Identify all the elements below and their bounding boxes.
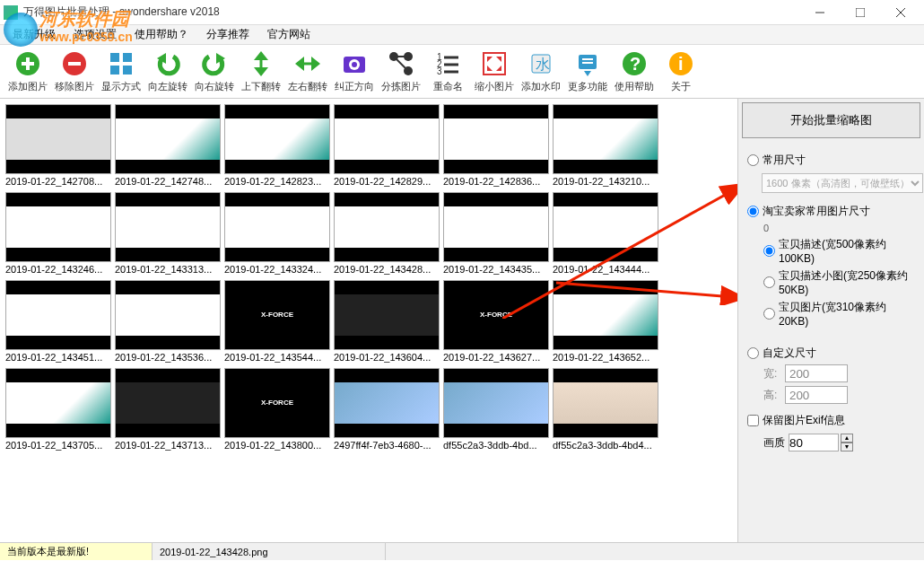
- main-area: 2019-01-22_142708...2019-01-22_142748...…: [0, 99, 924, 542]
- svg-marker-37: [496, 57, 501, 62]
- start-batch-button[interactable]: 开始批量缩略图: [742, 102, 920, 138]
- thumbnail-item[interactable]: 2019-01-22_142836...: [443, 104, 549, 188]
- app-icon: [4, 5, 18, 20]
- toolbar-label: 缩小图片: [475, 80, 514, 93]
- quality-row: 画质 ▲▼: [763, 434, 915, 451]
- radio-common-size[interactable]: 常用尺寸: [747, 153, 915, 168]
- radio-taobao[interactable]: 淘宝卖家常用图片尺寸: [747, 204, 915, 219]
- about-icon: i: [667, 49, 695, 78]
- thumbnail-item[interactable]: 2019-01-22_143705...: [5, 368, 111, 452]
- toolbar-rotleft-button[interactable]: 向左旋转: [145, 47, 190, 97]
- thumbnail-image: [115, 368, 221, 438]
- toolbar-water-button[interactable]: 水添加水印: [519, 47, 563, 97]
- menu-share[interactable]: 分享推荐: [197, 25, 258, 44]
- toolbar-help-button[interactable]: ?使用帮助: [612, 47, 657, 97]
- thumbnail-label: 2019-01-22_143652...: [553, 350, 658, 364]
- keep-exif-check[interactable]: 保留图片Exif信息: [747, 413, 915, 428]
- toolbar-grid-button[interactable]: 显示方式: [99, 47, 144, 97]
- radio-taobao-opt2[interactable]: 宝贝描述小图(宽250像素约50KB): [763, 268, 915, 296]
- thumbnail-item[interactable]: X-FORCE2019-01-22_143627...: [443, 280, 549, 364]
- width-input[interactable]: [785, 364, 848, 382]
- window-controls: [799, 0, 920, 25]
- toolbar-label: 添加水印: [521, 80, 561, 93]
- grid-icon: [107, 49, 135, 78]
- thumbnail-item[interactable]: 2019-01-22_143444...: [553, 192, 658, 276]
- svg-rect-11: [110, 66, 119, 75]
- keep-exif-input[interactable]: [747, 415, 759, 426]
- thumbnail-image: [115, 280, 221, 350]
- thumbnail-item[interactable]: X-FORCE2019-01-22_143544...: [224, 280, 330, 364]
- help-icon: ?: [620, 49, 649, 78]
- thumbnail-area[interactable]: 2019-01-22_142708...2019-01-22_142748...…: [0, 99, 737, 542]
- menu-update[interactable]: 最新升级: [4, 25, 65, 44]
- toolbar-flipv-button[interactable]: 上下翻转: [239, 47, 283, 97]
- thumbnail-image: [224, 104, 330, 174]
- thumbnail-label: 2019-01-22_143800...: [224, 438, 330, 452]
- thumbnail-item[interactable]: 2019-01-22_143313...: [115, 192, 221, 276]
- toolbar-list-button[interactable]: 123重命名: [425, 47, 470, 97]
- toolbar-more-button[interactable]: 更多功能: [565, 47, 610, 97]
- common-size-select[interactable]: 1600 像素（高清图，可做壁纸）: [762, 173, 923, 193]
- shrink-icon: [480, 49, 509, 78]
- thumbnail-image: [334, 368, 440, 438]
- toolbar-fliph-button[interactable]: 左右翻转: [285, 47, 330, 97]
- thumbnail-label: 2019-01-22_143444...: [553, 262, 658, 276]
- thumbnail-item[interactable]: 2019-01-22_143435...: [443, 192, 549, 276]
- thumbnail-item[interactable]: 2019-01-22_143324...: [224, 192, 330, 276]
- radio-taobao-input[interactable]: [747, 206, 759, 217]
- height-input[interactable]: [785, 386, 848, 404]
- rotleft-icon: [153, 49, 182, 78]
- thumbnail-image: [334, 280, 440, 350]
- thumbnail-item[interactable]: 2019-01-22_143652...: [553, 280, 658, 364]
- thumbnail-item[interactable]: 2019-01-22_143536...: [115, 280, 221, 364]
- thumbnail-item[interactable]: 2019-01-22_143210...: [553, 104, 658, 188]
- radio-taobao-opt3[interactable]: 宝贝图片(宽310像素约20KB): [763, 300, 915, 328]
- thumbnail-item[interactable]: 2019-01-22_143428...: [334, 192, 440, 276]
- quality-input[interactable]: [789, 434, 839, 451]
- thumbnail-item[interactable]: 2019-01-22_143713...: [115, 368, 221, 452]
- water-icon: 水: [527, 49, 555, 78]
- thumbnail-item[interactable]: 2019-01-22_142708...: [5, 104, 111, 188]
- toolbar-rotright-button[interactable]: 向右旋转: [192, 47, 237, 97]
- keep-exif-label: 保留图片Exif信息: [763, 413, 845, 428]
- minimize-button[interactable]: [799, 0, 840, 25]
- radio-custom-size-input[interactable]: [747, 347, 759, 359]
- quality-spinner[interactable]: ▲▼: [841, 434, 853, 451]
- toolbar-label: 向左旋转: [148, 80, 187, 93]
- menu-options[interactable]: 选项设置: [65, 25, 126, 44]
- maximize-button[interactable]: [840, 0, 880, 25]
- toolbar-sort-button[interactable]: 分拣图片: [379, 47, 423, 97]
- toolbar-camera-button[interactable]: 纠正方向: [332, 47, 377, 97]
- thumbnail-item[interactable]: 2019-01-22_142748...: [115, 104, 221, 188]
- thumbnail-item[interactable]: 2019-01-22_143604...: [334, 280, 440, 364]
- menu-website[interactable]: 官方网站: [258, 25, 319, 44]
- radio-common-size-input[interactable]: [747, 154, 759, 166]
- add-icon: [13, 49, 42, 78]
- toolbar-about-button[interactable]: i关于: [658, 47, 703, 97]
- remove-icon: [60, 49, 89, 78]
- radio-taobao-opt1[interactable]: 宝贝描述(宽500像素约100KB): [763, 237, 915, 265]
- thumbnail-item[interactable]: 2019-01-22_143246...: [5, 192, 111, 276]
- menu-help[interactable]: 使用帮助？: [126, 25, 197, 44]
- close-button[interactable]: [880, 0, 920, 25]
- radio-custom-size[interactable]: 自定义尺寸: [747, 346, 915, 361]
- toolbar-shrink-button[interactable]: 缩小图片: [472, 47, 517, 97]
- toolbar-label: 左右翻转: [288, 80, 327, 93]
- thumbnail-item[interactable]: 2019-01-22_142823...: [224, 104, 330, 188]
- thumbnail-label: 2019-01-22_142829...: [334, 174, 440, 188]
- thumbnail-image: [553, 368, 658, 438]
- toolbar-remove-button[interactable]: 移除图片: [52, 47, 97, 97]
- toolbar-add-button[interactable]: 添加图片: [5, 47, 50, 97]
- thumbnail-item[interactable]: df55c2a3-3ddb-4bd4...: [553, 368, 658, 452]
- thumbnail-label: 2019-01-22_142836...: [443, 174, 549, 188]
- thumbnail-item[interactable]: 2019-01-22_143451...: [5, 280, 111, 364]
- thumbnail-item[interactable]: df55c2a3-3ddb-4bd...: [443, 368, 549, 452]
- thumbnail-label: 2019-01-22_143246...: [5, 262, 111, 276]
- toolbar-label: 使用帮助: [615, 80, 654, 93]
- window-title: 万得图片批量处理 - awondershare v2018: [23, 4, 799, 20]
- thumbnail-item[interactable]: 2019-01-22_142829...: [334, 104, 440, 188]
- thumbnail-item[interactable]: X-FORCE2019-01-22_143800...: [224, 368, 330, 452]
- thumbnail-item[interactable]: 2497ff4f-7eb3-4680-...: [334, 368, 440, 452]
- svg-text:3: 3: [437, 66, 442, 76]
- svg-rect-35: [484, 53, 505, 75]
